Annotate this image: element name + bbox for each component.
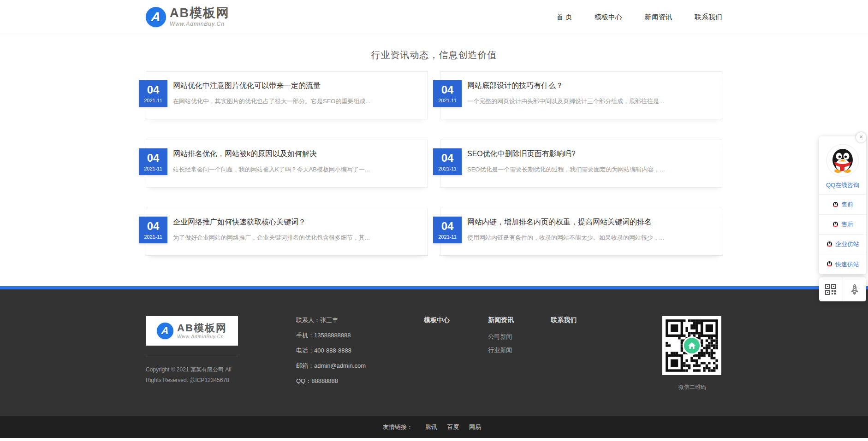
news-card[interactable]: 04 2021-11 网站内链，增加排名内页的权重，提高网站关键词的排名 使用网…: [440, 208, 722, 256]
page-title: 行业资讯动态，信息创造价值: [0, 49, 868, 61]
qr-center-home-icon: [683, 336, 701, 355]
date-month: 2021-11: [144, 98, 162, 103]
qq-mini-icon: [826, 261, 833, 268]
news-title[interactable]: 网站内链，增加排名内页的权重，提高网站关键词的排名: [467, 208, 708, 227]
footer-logo: A AB模板网 Www.AdminBuy.Cn: [146, 316, 238, 346]
nav-item-home[interactable]: 首 页: [556, 13, 572, 21]
footer-nav-templates: 模板中心: [424, 316, 450, 333]
date-badge: 04 2021-11: [433, 148, 462, 175]
contact-phone: 电话：400-888-8888: [296, 347, 366, 355]
qq-mini-icon: [826, 241, 833, 248]
footer-nav-title[interactable]: 联系我们: [551, 316, 577, 324]
site-url: Www.AdminBuy.Cn: [170, 21, 230, 27]
date-day: 04: [147, 221, 160, 232]
qq-penguin-icon: [819, 144, 866, 177]
copyright: Copyright © 2021 某某有限公司 All Rights Reser…: [146, 365, 238, 386]
friend-links-label: 友情链接：: [383, 423, 413, 430]
qq-item-fast-clone[interactable]: 快速仿站: [819, 254, 866, 274]
contact-person: 联系人：张三丰: [296, 316, 366, 324]
footer-nav-title[interactable]: 新闻资讯: [488, 316, 514, 324]
date-badge: 04 2021-11: [139, 80, 167, 107]
qq-item-aftersale[interactable]: 售后: [819, 215, 866, 235]
news-excerpt: 站长经常会问一个问题，我的网站被入K了吗？今天AB模板网小编写了一...: [173, 165, 414, 174]
news-excerpt: SEO优化是一个需要长期优化的过程，我们需要固定的为网站编辑内容，...: [467, 165, 708, 174]
date-day: 04: [147, 84, 160, 95]
date-badge: 04 2021-11: [139, 217, 167, 243]
news-title[interactable]: 网站底部设计的技巧有什么？: [467, 72, 708, 91]
friend-link-netease[interactable]: 网易: [469, 423, 481, 430]
qq-tools: [819, 277, 866, 301]
footer-nav-contact: 联系我们: [551, 316, 577, 333]
copyright-line1: Copyright © 2021 某某有限公司 All: [146, 366, 232, 373]
logo-letter: A: [150, 10, 161, 24]
friend-links-bar: 友情链接： 腾讯 百度 网易: [0, 416, 868, 438]
news-excerpt: 一个完整的网页设计由头部中间以及页脚设计三个部分组成，底部往往是...: [467, 97, 708, 106]
nav-item-news[interactable]: 新闻资讯: [645, 13, 672, 21]
footer-link-company-news[interactable]: 公司新闻: [488, 333, 514, 341]
qr-code-icon[interactable]: [819, 277, 843, 301]
main-content: 行业资讯动态，信息创造价值 04 2021-11 网站优化中注意图片优化可以带来…: [0, 49, 868, 256]
close-icon[interactable]: ×: [856, 132, 866, 142]
news-card[interactable]: 04 2021-11 SEO优化中删除旧页面有影响吗? SEO优化是一个需要长期…: [440, 140, 722, 188]
date-month: 2021-11: [144, 166, 162, 171]
news-card[interactable]: 04 2021-11 企业网络推广如何快速获取核心关键词？ 为了做好企业网站的网…: [146, 208, 428, 256]
footer-link-industry-news[interactable]: 行业新闻: [488, 346, 514, 354]
copyright-line2: Rights Reserved. 苏ICP12345678: [146, 377, 229, 383]
news-card[interactable]: 04 2021-11 网站底部设计的技巧有什么？ 一个完整的网页设计由头部中间以…: [440, 71, 722, 119]
wechat-qr-code: [662, 316, 721, 375]
news-excerpt: 为了做好企业网站的网络推广，企业关键词排名的优化包含很多细节，其...: [173, 234, 414, 242]
page: A AB模板网 Www.AdminBuy.Cn 首 页 模板中心 新闻资讯 联系…: [0, 0, 868, 441]
date-day: 04: [441, 153, 454, 164]
logo-icon: A: [146, 7, 166, 27]
logo-icon: A: [157, 323, 173, 339]
date-day: 04: [441, 221, 454, 232]
news-card[interactable]: 04 2021-11 网站优化中注意图片优化可以带来一定的流量 在网站优化中，其…: [146, 71, 428, 119]
contact-email: 邮箱：admin@admin.com: [296, 362, 366, 370]
header: A AB模板网 Www.AdminBuy.Cn 首 页 模板中心 新闻资讯 联系…: [0, 0, 868, 34]
friend-link-tencent[interactable]: 腾讯: [425, 423, 437, 430]
news-excerpt: 在网站优化中，其实图片的优化也占了很大一部分。它是SEO的重要组成...: [173, 97, 414, 106]
qq-mini-icon: [832, 221, 839, 228]
footer-brand: A AB模板网 Www.AdminBuy.Cn Copyright © 2021…: [146, 316, 238, 386]
footer-nav-news: 新闻资讯 公司新闻 行业新闻: [488, 316, 514, 359]
date-month: 2021-11: [144, 234, 162, 240]
date-day: 04: [147, 153, 160, 164]
footer-divider: [146, 357, 238, 357]
news-title[interactable]: 网站排名优化，网站被k的原因以及如何解决: [173, 140, 414, 159]
news-grid: 04 2021-11 网站优化中注意图片优化可以带来一定的流量 在网站优化中，其…: [146, 71, 722, 256]
site-logo[interactable]: A AB模板网 Www.AdminBuy.Cn: [146, 7, 230, 27]
footer-qr-block: 微信二维码: [662, 316, 722, 391]
qr-caption: 微信二维码: [662, 383, 722, 391]
friend-link-baidu[interactable]: 百度: [447, 423, 459, 430]
date-badge: 04 2021-11: [139, 148, 167, 175]
rocket-back-to-top-icon[interactable]: [843, 277, 867, 301]
qq-mini-icon: [832, 201, 839, 208]
date-month: 2021-11: [438, 98, 457, 103]
date-day: 04: [441, 84, 454, 95]
news-title[interactable]: 网站优化中注意图片优化可以带来一定的流量: [173, 72, 414, 91]
footer-nav-title[interactable]: 模板中心: [424, 316, 450, 324]
contact-mobile: 手机：13588888888: [296, 331, 366, 340]
footer-accent-stripe: [0, 286, 868, 289]
qq-widget: × QQ在线咨询: [819, 136, 866, 301]
site-name: AB模板网: [170, 7, 230, 19]
qq-widget-title: QQ在线咨询: [819, 177, 866, 195]
qq-item-enterprise-clone[interactable]: 企业仿站: [819, 235, 866, 254]
main-nav: 首 页 模板中心 新闻资讯 联系我们: [536, 13, 722, 22]
nav-item-contact[interactable]: 联系我们: [695, 13, 722, 21]
date-month: 2021-11: [438, 166, 457, 171]
nav-item-templates[interactable]: 模板中心: [595, 13, 622, 21]
news-title[interactable]: 企业网络推广如何快速获取核心关键词？: [173, 208, 414, 227]
news-card[interactable]: 04 2021-11 网站排名优化，网站被k的原因以及如何解决 站长经常会问一个…: [146, 140, 428, 188]
date-badge: 04 2021-11: [433, 217, 462, 243]
news-title[interactable]: SEO优化中删除旧页面有影响吗?: [467, 140, 708, 159]
date-badge: 04 2021-11: [433, 80, 462, 107]
date-month: 2021-11: [438, 234, 457, 240]
qq-panel: QQ在线咨询 售前 售后 企业仿站 快速仿站: [819, 136, 866, 274]
contact-qq: QQ：88888888: [296, 377, 366, 385]
qq-item-presale[interactable]: 售前: [819, 195, 866, 215]
news-excerpt: 使用网站内链是有条件的，收录的网站不能太少。如果收录的网站很少，...: [467, 234, 708, 242]
footer: A AB模板网 Www.AdminBuy.Cn Copyright © 2021…: [0, 289, 868, 416]
footer-contact: 联系人：张三丰 手机：13588888888 电话：400-888-8888 邮…: [296, 316, 366, 392]
